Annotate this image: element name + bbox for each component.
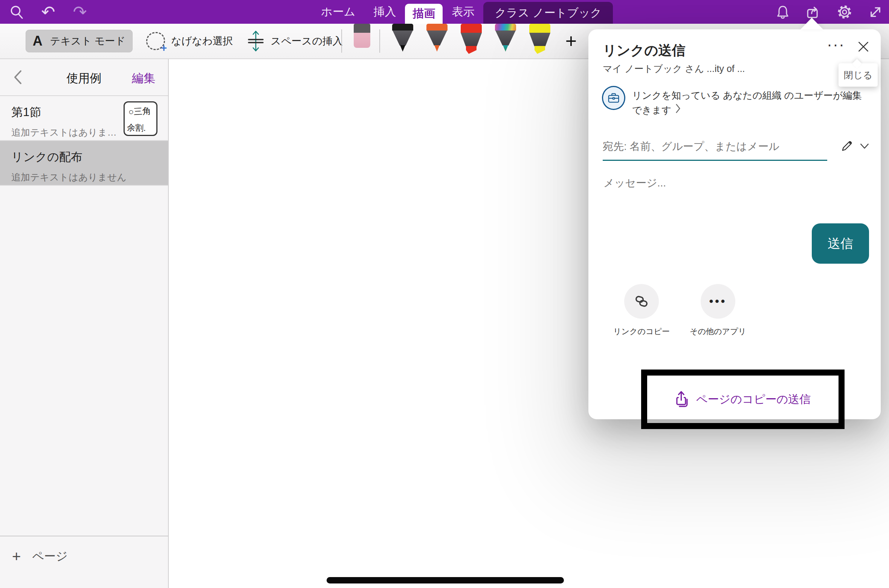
text-mode-a-glyph: A (33, 34, 43, 48)
pen-orange[interactable] (426, 24, 448, 52)
pen-tip (466, 46, 477, 54)
eraser-tool[interactable] (354, 24, 370, 49)
copy-link-label: リンクのコピー (602, 326, 681, 337)
highlighter-yellow[interactable] (529, 24, 550, 52)
pen-cap (392, 24, 413, 31)
tab-home[interactable]: ホーム (312, 0, 364, 24)
recipient-field-tools (840, 139, 869, 153)
pen-tip (535, 46, 545, 54)
add-page-label: ページ (32, 548, 67, 564)
add-pen-button[interactable]: + (561, 31, 582, 52)
thumbnail-handwriting-line: 余割. (127, 122, 157, 134)
pen-rainbow[interactable] (495, 24, 516, 52)
pen-cap (426, 24, 448, 31)
tab-class-notebook[interactable]: クラス ノートブック (483, 2, 613, 24)
ribbon-tabs: ホーム 挿入 描画 表示 クラス ノートブック (312, 0, 613, 24)
chevron-right-icon (675, 104, 681, 113)
home-indicator-bar[interactable] (327, 577, 564, 583)
more-apps-label: その他のアプリ (678, 326, 758, 337)
tooltip-caret (852, 59, 862, 68)
tab-draw[interactable]: 描画 (405, 4, 443, 24)
dialog-title: リンクの送信 (603, 41, 685, 60)
send-page-copy-link[interactable]: ページのコピーの送信 (696, 392, 811, 407)
pen-cap (529, 24, 550, 33)
lasso-plus-glyph: + (161, 43, 167, 53)
pen-tip (503, 45, 508, 52)
close-tooltip: 閉じる (839, 63, 878, 87)
page-title: リンクの配布 (11, 149, 168, 165)
onenote-app-screen: ↶ ↷ ホーム 挿入 描画 表示 クラス ノートブック (0, 0, 889, 588)
eraser-body (354, 33, 370, 48)
highlighter-red[interactable] (461, 24, 482, 52)
close-icon[interactable] (856, 39, 871, 54)
top-app-bar: ↶ ↷ ホーム 挿入 描画 表示 クラス ノートブック (0, 0, 889, 24)
popover-caret (800, 18, 823, 29)
page-list-item-1[interactable]: 第1節 追加テキストはありま… ○三角 余割. (0, 96, 168, 141)
recipient-input[interactable] (603, 136, 827, 161)
chevron-down-icon[interactable] (860, 142, 869, 150)
text-mode-button[interactable]: A テキスト モード (26, 30, 133, 52)
organization-briefcase-icon (602, 86, 625, 110)
toolbar-divider (379, 29, 380, 53)
lasso-icon: + (146, 32, 165, 50)
send-button[interactable]: 送信 (812, 223, 869, 264)
pen-body (495, 31, 516, 46)
topbar-left-actions: ↶ ↷ (8, 0, 88, 24)
tooltip-text: 閉じる (844, 69, 872, 81)
permission-text: リンクを知っている あなたの組織 のユーザーが編集できます (632, 90, 862, 115)
page-list-sidebar: 使用例 編集 第1節 追加テキストはありま… ○三角 余割. リンクの配布 追加… (0, 59, 169, 588)
ellipsis-icon: ••• (709, 295, 727, 308)
copy-link-button[interactable] (624, 284, 659, 319)
insert-space-icon (247, 30, 265, 52)
fullscreen-expand-icon[interactable] (867, 4, 884, 20)
text-mode-label: テキスト モード (50, 34, 125, 48)
add-page-button[interactable]: + ページ (0, 536, 168, 564)
more-apps-button[interactable]: ••• (701, 284, 735, 319)
redo-icon[interactable]: ↷ (72, 4, 88, 20)
pen-tip (434, 45, 440, 52)
sidebar-header: 使用例 編集 (0, 59, 168, 96)
settings-gear-icon[interactable] (836, 4, 853, 20)
edit-button[interactable]: 編集 (132, 70, 155, 86)
eraser-cap (354, 24, 370, 33)
share-page-copy-icon (675, 391, 691, 408)
send-link-dialog: リンクの送信 ··· マイ ノートブック さん ...ity of ... 閉じ… (588, 29, 881, 419)
edit-pencil-icon[interactable] (840, 139, 854, 153)
plus-icon: + (12, 550, 21, 563)
pen-body (426, 31, 448, 46)
pen-tip (400, 45, 405, 52)
dialog-subtitle: マイ ノートブック さん ...ity of ... (603, 63, 745, 75)
notifications-bell-icon[interactable] (774, 4, 791, 20)
link-permission-row[interactable]: リンクを知っている あなたの組織 のユーザーが編集できます (602, 86, 867, 118)
search-icon[interactable] (8, 4, 25, 20)
page-list-item-2-selected[interactable]: リンクの配布 追加テキストはありません (0, 141, 168, 186)
insert-space-label: スペースの挿入 (271, 34, 343, 48)
more-options-button[interactable]: ··· (826, 37, 845, 54)
insert-space-button[interactable]: スペースの挿入 (247, 30, 343, 52)
tab-insert[interactable]: 挿入 (364, 0, 405, 24)
pen-body (392, 31, 413, 46)
toolbar-divider (341, 29, 342, 53)
undo-icon[interactable]: ↶ (40, 4, 57, 20)
link-chain-icon (633, 293, 650, 310)
pen-cap (495, 24, 516, 31)
pen-body (529, 33, 550, 46)
thumbnail-handwriting-line: ○三角 (128, 105, 157, 118)
message-input[interactable] (603, 173, 838, 193)
permission-description: リンクを知っている あなたの組織 のユーザーが編集できます (632, 86, 867, 118)
page-subtitle: 追加テキストはありません (11, 171, 168, 183)
annotation-highlight-rectangle: ページのコピーの送信 (641, 370, 845, 429)
lasso-select-label: なげなわ選択 (171, 34, 233, 48)
pen-black[interactable] (392, 24, 413, 52)
pen-cap (461, 24, 482, 33)
tab-view[interactable]: 表示 (443, 0, 483, 24)
lasso-select-button[interactable]: + なげなわ選択 (146, 32, 233, 50)
pen-body (461, 33, 482, 46)
draw-tools-group: A テキスト モード + なげなわ選択 (26, 24, 343, 58)
page-thumbnail: ○三角 余割. (124, 101, 157, 136)
topbar-right-actions (774, 0, 884, 24)
